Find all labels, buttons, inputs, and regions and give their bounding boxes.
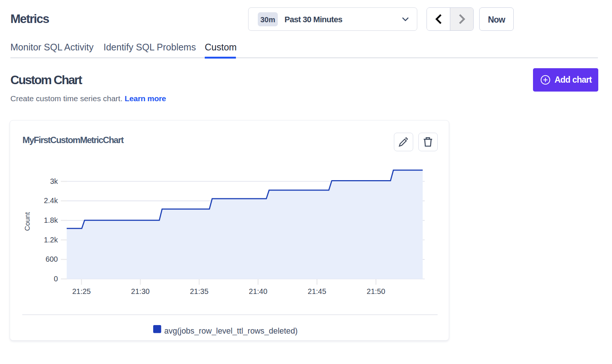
svg-text:avg(jobs_row_level_ttl_rows_de: avg(jobs_row_level_ttl_rows_deleted) <box>164 327 298 335</box>
svg-text:21:40: 21:40 <box>249 287 267 295</box>
svg-text:Count: Count <box>23 212 31 231</box>
svg-text:21:50: 21:50 <box>367 287 385 295</box>
svg-text:600: 600 <box>46 255 58 263</box>
svg-text:0: 0 <box>54 275 58 283</box>
svg-text:21:30: 21:30 <box>131 287 149 295</box>
svg-text:1.2k: 1.2k <box>44 236 58 244</box>
svg-text:1.8k: 1.8k <box>44 216 58 224</box>
svg-text:3k: 3k <box>50 177 58 185</box>
svg-text:2.4k: 2.4k <box>44 196 58 205</box>
svg-text:21:45: 21:45 <box>308 287 326 295</box>
svg-text:21:35: 21:35 <box>190 287 208 295</box>
svg-text:21:25: 21:25 <box>72 287 91 295</box>
